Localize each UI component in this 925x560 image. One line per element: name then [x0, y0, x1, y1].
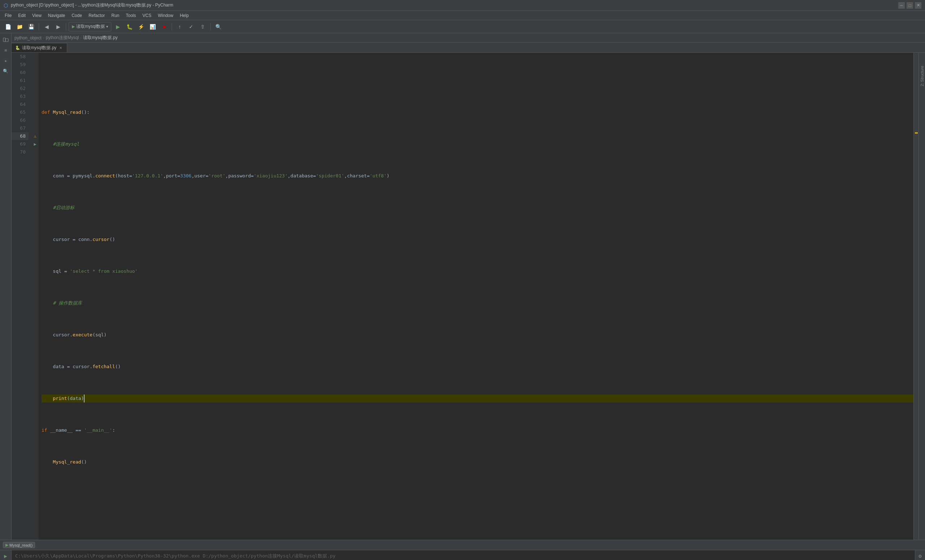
- open-button[interactable]: 📁: [14, 22, 24, 32]
- stop-button[interactable]: ■: [159, 22, 169, 32]
- code-editor[interactable]: def Mysql_read(): #连接mysql conn = pymysq…: [39, 53, 913, 540]
- line-num-58: 58: [12, 53, 29, 61]
- app-icon: ⬡: [4, 3, 8, 8]
- menu-view[interactable]: View: [29, 12, 44, 19]
- gutter-64: [32, 101, 39, 108]
- gutter-59: [32, 61, 39, 69]
- separator-3: [172, 23, 172, 30]
- right-panel: 2: Structure: [919, 53, 925, 540]
- run-execute-button[interactable]: ▶: [2, 552, 10, 560]
- window-title: python_object [D:\python_object] - ...\p…: [11, 2, 173, 8]
- run-config-selector[interactable]: ▶ 读取mysql数据 ▾: [69, 22, 111, 32]
- maximize-button[interactable]: □: [907, 2, 913, 9]
- close-button[interactable]: ✕: [915, 2, 921, 9]
- code-line-70: Mysql_read(): [42, 458, 913, 466]
- menu-help[interactable]: Help: [177, 12, 192, 19]
- run-config-display: Mysql_read(): [9, 543, 33, 547]
- line-num-66: 66: [12, 116, 29, 124]
- editor-area[interactable]: 58 59 60 61 62 63 64 65 66 67 68 69 70: [12, 53, 925, 540]
- separator-4: [210, 23, 211, 30]
- new-file-button[interactable]: 📄: [3, 22, 13, 32]
- code-line-66: cursor.execute(sql): [42, 331, 913, 339]
- gutter-61: [32, 77, 39, 84]
- breadcrumb-folder[interactable]: python连接Mysql: [46, 35, 79, 41]
- gutter-65: [32, 108, 39, 116]
- run-config-name: 读取mysql数据: [76, 24, 105, 30]
- separator-1: [39, 23, 39, 30]
- gutter-63: [32, 92, 39, 101]
- code-line-68: print(data): [42, 394, 913, 402]
- git-push-button[interactable]: ⇧: [197, 22, 208, 32]
- menu-file[interactable]: File: [2, 12, 14, 19]
- menu-navigate[interactable]: Navigate: [45, 12, 68, 19]
- breadcrumb-sep-1: ›: [43, 35, 44, 41]
- menu-refactor[interactable]: Refactor: [86, 12, 108, 19]
- run-config-button[interactable]: ▶ Mysql_read(): [3, 542, 35, 548]
- line-num-59: 59: [12, 61, 29, 69]
- breadcrumb-file[interactable]: 读取mysql数据.py: [83, 35, 118, 41]
- forward-button[interactable]: ▶: [53, 22, 63, 32]
- file-tab-label: 读取mysql数据.py: [22, 45, 56, 51]
- gutter-62: [32, 84, 39, 92]
- file-tab-close-button[interactable]: ✕: [58, 45, 63, 51]
- menu-bar: File Edit View Navigate Code Refactor Ru…: [0, 11, 925, 20]
- code-line-62: #启动游标: [42, 204, 913, 212]
- run-button[interactable]: ▶: [113, 22, 123, 32]
- structure-icon[interactable]: ≡: [1, 45, 11, 55]
- menu-window[interactable]: Window: [155, 12, 176, 19]
- code-line-63: cursor = conn.cursor(): [42, 236, 913, 244]
- line-num-67: 67: [12, 124, 29, 132]
- breadcrumb-sep-2: ›: [80, 35, 82, 41]
- find-icon[interactable]: 🔍: [1, 66, 11, 76]
- bookmarks-icon[interactable]: ★: [1, 56, 11, 65]
- menu-run[interactable]: Run: [108, 12, 122, 19]
- editor-container: python_object › python连接Mysql › 读取mysql数…: [12, 33, 925, 540]
- warning-icon: ⚠: [34, 134, 36, 139]
- separator-2: [66, 23, 66, 30]
- title-bar: ⬡ python_object [D:\python_object] - ...…: [0, 0, 925, 11]
- gutter-69: ▶: [32, 140, 39, 148]
- project-view-icon[interactable]: [1, 35, 11, 44]
- search-everywhere-button[interactable]: 🔍: [213, 22, 223, 32]
- git-update-button[interactable]: ↑: [175, 22, 185, 32]
- bottom-panel: ▶ Mysql_read() ▶ ↻ ■ ⬇ ⇅ ⬌ ⊞ 🗑 C:\Users\…: [0, 540, 925, 560]
- left-sidebar: ≡ ★ 🔍: [0, 33, 12, 540]
- line-num-65: 65: [12, 108, 29, 116]
- code-line-61: conn = pymysql.connect(host='127.0.0.1',…: [42, 172, 913, 180]
- line-num-68: 68: [12, 132, 29, 140]
- svg-rect-1: [5, 39, 8, 42]
- save-button[interactable]: 💾: [26, 22, 36, 32]
- git-commit-button[interactable]: ✓: [186, 22, 196, 32]
- structure-panel-label[interactable]: 2: Structure: [919, 63, 925, 89]
- back-button[interactable]: ◀: [42, 22, 52, 32]
- gutter-58: [32, 53, 39, 61]
- breadcrumb-project[interactable]: python_object: [14, 35, 42, 41]
- code-line-65: # 操作数据库: [42, 299, 913, 307]
- code-line-67: data = cursor.fetchall(): [42, 363, 913, 371]
- profile-button[interactable]: 📊: [148, 22, 158, 32]
- main-area: ≡ ★ 🔍 python_object › python连接Mysql › 读取…: [0, 33, 925, 540]
- line-num-62: 62: [12, 84, 29, 92]
- debug-button[interactable]: 🐛: [124, 22, 134, 32]
- gutter-70: [32, 148, 39, 156]
- code-line-64: sql = 'select * from xiaoshuo': [42, 267, 913, 275]
- line-num-63: 63: [12, 92, 29, 101]
- line-num-70: 70: [12, 148, 29, 156]
- menu-vcs[interactable]: VCS: [140, 12, 154, 19]
- gutter-66: [32, 116, 39, 124]
- menu-tools[interactable]: Tools: [123, 12, 139, 19]
- menu-code[interactable]: Code: [69, 12, 85, 19]
- run-coverage-button[interactable]: ⚡: [136, 22, 146, 32]
- run-config-dropdown-arrow: ▾: [106, 24, 108, 29]
- minimize-button[interactable]: ─: [898, 2, 905, 9]
- run-settings-button[interactable]: ⚙: [916, 552, 925, 560]
- line-num-61: 61: [12, 77, 29, 84]
- code-line-69: if __name__ == '__main__':: [42, 426, 913, 434]
- menu-edit[interactable]: Edit: [15, 12, 29, 19]
- gutter-warning-mark: [915, 132, 918, 134]
- debug-gutter: ⚠ ▶: [32, 53, 39, 540]
- run-panel-content: ▶ ↻ ■ ⬇ ⇅ ⬌ ⊞ 🗑 C:\Users\小久\AppData\Loca…: [0, 550, 925, 560]
- gutter-67: [32, 124, 39, 132]
- file-tab-active[interactable]: 🐍 读取mysql数据.py ✕: [12, 43, 67, 53]
- run-output-area: C:\Users\小久\AppData\Local\Programs\Pytho…: [12, 550, 915, 560]
